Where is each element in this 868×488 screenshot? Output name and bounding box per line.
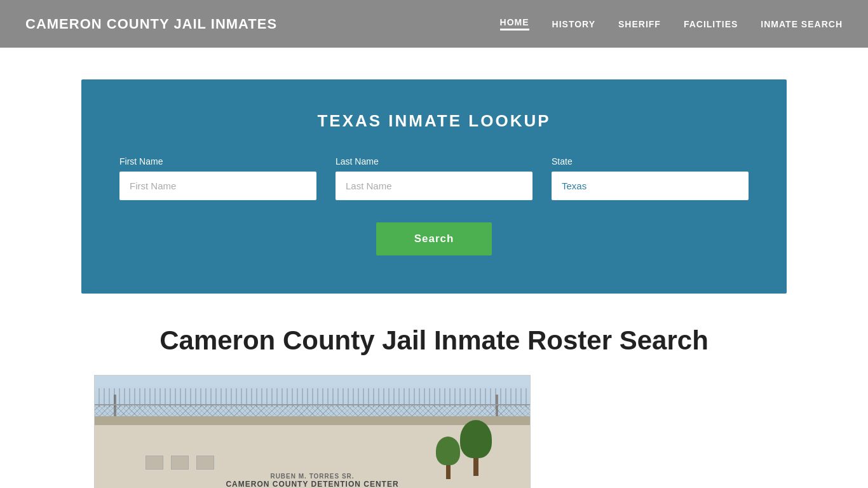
nav-item-inmate-search[interactable]: INMATE SEARCH [761, 19, 843, 29]
last-name-input[interactable] [336, 172, 532, 200]
search-button-wrap: Search [119, 222, 749, 255]
building-text: RUBEN M. TORRES SR. CAMERON COUNTY DETEN… [226, 473, 398, 488]
facility-image: RUBEN M. TORRES SR. CAMERON COUNTY DETEN… [94, 375, 531, 488]
site-title: CAMERON COUNTY JAIL INMATES [25, 16, 277, 32]
nav-item-sheriff[interactable]: SHERIFF [618, 19, 661, 29]
first-name-group: First Name [119, 156, 316, 200]
facility-line2: CAMERON COUNTY DETENTION CENTER [226, 480, 398, 488]
last-name-label: Last Name [336, 156, 532, 166]
main-content: Cameron County Jail Inmate Roster Search… [81, 325, 787, 488]
search-button[interactable]: Search [376, 222, 492, 255]
site-header: CAMERON COUNTY JAIL INMATES HOME HISTORY… [0, 0, 868, 48]
inmate-lookup-section: TEXAS INMATE LOOKUP First Name Last Name… [81, 79, 787, 294]
facility-line1: RUBEN M. TORRES SR. [226, 473, 398, 480]
nav-item-facilities[interactable]: FACILITIES [684, 19, 738, 29]
state-input[interactable] [552, 172, 749, 200]
lookup-title: TEXAS INMATE LOOKUP [119, 111, 749, 131]
first-name-label: First Name [119, 156, 316, 166]
state-group: State [552, 156, 749, 200]
first-name-input[interactable] [119, 172, 316, 200]
nav-item-home[interactable]: HOME [500, 17, 529, 30]
main-nav: HOME HISTORY SHERIFF FACILITIES INMATE S… [500, 17, 843, 30]
state-label: State [552, 156, 749, 166]
last-name-group: Last Name [336, 156, 532, 200]
page-heading: Cameron County Jail Inmate Roster Search [94, 325, 774, 356]
nav-item-history[interactable]: HISTORY [552, 19, 595, 29]
search-form: First Name Last Name State [119, 156, 749, 200]
